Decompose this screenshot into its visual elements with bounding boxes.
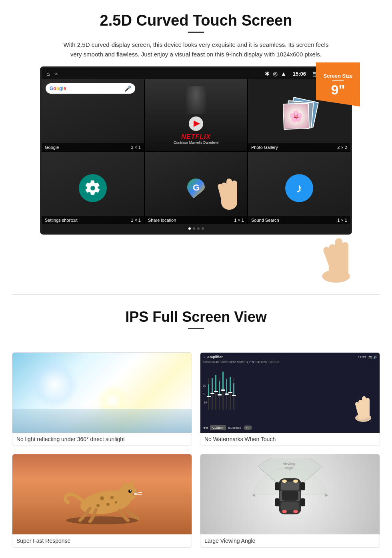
gear-icon xyxy=(85,180,101,196)
svg-marker-19 xyxy=(121,480,128,486)
svg-point-24 xyxy=(100,496,104,500)
status-time: 15:06 xyxy=(293,71,306,77)
google-logo: Google xyxy=(50,86,66,91)
feature-card-sunlight: No light reflecting under 360° direct su… xyxy=(12,352,192,446)
usb-icon: ⌁ xyxy=(54,70,58,77)
amp-icons: 📷 🔊 xyxy=(368,355,377,359)
amp-prev-icon: ◀◀ xyxy=(203,426,208,430)
status-left-icons: ⌂ ⌁ xyxy=(46,70,58,77)
app-grid: Google 🎤 Google 3 × 1 xyxy=(42,79,350,224)
svg-text:▶: ▶ xyxy=(325,493,328,497)
svg-rect-4 xyxy=(232,181,237,203)
amp-slider-8 xyxy=(233,378,234,410)
home-icon[interactable]: ⌂ xyxy=(46,70,50,77)
netflix-play-button[interactable] xyxy=(189,116,203,131)
amp-slider-5 xyxy=(222,378,224,410)
svg-rect-34 xyxy=(281,482,299,490)
amp-home-icon: ⌂ xyxy=(203,355,205,359)
google-mic-icon[interactable]: 🎤 xyxy=(124,85,131,92)
hand-on-screen xyxy=(0,220,392,284)
amp-time: 17:33 xyxy=(358,355,366,359)
amp-footer: ◀◀ Custom loudness ●○ xyxy=(203,425,377,430)
music-note-icon: ♪ xyxy=(296,181,302,196)
app-cell-share[interactable]: G Share location xyxy=(145,152,247,224)
gallery-card-3: 🌸 xyxy=(283,103,310,130)
svg-rect-40 xyxy=(275,498,280,506)
badge-label: Screen Size xyxy=(324,73,353,79)
section-curved: 2.5D Curved Touch Screen With 2.5D curve… xyxy=(0,0,392,244)
amp-loudness-label: loudness xyxy=(228,426,241,430)
amp-slider-1 xyxy=(208,378,209,410)
pointing-hand-svg xyxy=(312,220,360,284)
section-curved-desc: With 2.5D curved-display screen, this de… xyxy=(60,40,332,59)
amp-slider-6 xyxy=(226,378,227,410)
amp-custom-btn[interactable]: Custom xyxy=(210,425,226,430)
svg-rect-9 xyxy=(342,242,348,276)
gallery-label-row: Photo Gallery 2 × 2 xyxy=(248,143,350,151)
car-view-svg: viewing angle ◀ ▶ xyxy=(246,458,334,530)
svg-point-18 xyxy=(119,484,137,501)
feature-img-car: viewing angle ◀ ▶ xyxy=(200,454,380,534)
title-underline xyxy=(188,32,204,33)
svg-point-27 xyxy=(110,496,114,499)
car-view-bg: viewing angle ◀ ▶ xyxy=(200,454,380,534)
amp-hand-icon xyxy=(351,386,375,424)
svg-text:angle: angle xyxy=(285,466,294,470)
app-cell-netflix[interactable]: NETFLIX Continue Marvel's Daredevil Netf… xyxy=(145,79,247,151)
features-grid: No light reflecting under 360° direct su… xyxy=(0,344,392,556)
gallery-app-name: Photo Gallery xyxy=(251,145,278,150)
badge-line xyxy=(332,80,344,81)
feature-card-cheetah: Super Fast Response xyxy=(12,454,192,548)
feature-label-cheetah: Super Fast Response xyxy=(12,534,192,547)
svg-rect-13 xyxy=(362,396,366,420)
amp-header: ⌂ Amplifier 17:33 📷 🔊 xyxy=(203,355,377,359)
svg-text:G: G xyxy=(193,183,200,193)
feature-label-car: Large Viewing Angle xyxy=(200,534,380,547)
netflix-content: NETFLIX Continue Marvel's Daredevil xyxy=(145,79,247,151)
screen-size-badge: Screen Size 9" xyxy=(316,62,360,106)
settings-icon-wrap xyxy=(79,174,107,202)
section-ips-title: IPS Full Screen View xyxy=(24,309,368,325)
amp-sliders: 10 0 -10 xyxy=(203,364,377,424)
svg-point-28 xyxy=(115,501,117,504)
amp-slider-7 xyxy=(230,378,231,410)
svg-point-25 xyxy=(106,503,110,506)
google-app-size: 3 × 1 xyxy=(131,145,141,150)
cheetah-svg xyxy=(46,462,158,526)
netflix-subtitle: Continue Marvel's Daredevil xyxy=(174,141,218,145)
wifi-icon: ▲ xyxy=(281,70,286,77)
svg-point-46 xyxy=(293,510,298,513)
android-screen: ⌂ ⌁ ✱ ◎ ▲ 15:06 📷 🔊 ⊠ ▭ xyxy=(40,66,352,235)
amp-freq-labels: Balance 60hz 100hz 200hz 500hz 1k 2.5k 1… xyxy=(203,361,377,363)
svg-text:viewing: viewing xyxy=(283,462,295,466)
feature-label-watermark: No Watermarks When Touch xyxy=(200,433,380,446)
svg-point-43 xyxy=(282,480,287,483)
svg-point-26 xyxy=(96,504,100,507)
feature-card-car: viewing angle ◀ ▶ Large Viewing Angle xyxy=(200,454,380,548)
feature-img-cheetah xyxy=(12,454,192,534)
cheetah-bg xyxy=(12,454,192,534)
app-cell-google[interactable]: Google 🎤 Google 3 × 1 xyxy=(42,79,144,151)
badge-size: 9" xyxy=(331,83,345,96)
sky-image xyxy=(12,353,192,433)
svg-rect-41 xyxy=(300,498,305,506)
feature-img-sunlight xyxy=(12,353,192,433)
amp-toggle[interactable]: ●○ xyxy=(244,426,252,430)
svg-point-45 xyxy=(282,510,287,513)
amp-screen: ⌂ Amplifier 17:33 📷 🔊 Balance 60hz 100hz… xyxy=(200,353,380,433)
status-bar: ⌂ ⌁ ✱ ◎ ▲ 15:06 📷 🔊 ⊠ ▭ xyxy=(42,68,350,79)
app-cell-settings[interactable]: Settings shortcut 1 × 1 xyxy=(42,152,144,224)
svg-rect-35 xyxy=(281,502,299,510)
section-ips: IPS Full Screen View xyxy=(0,305,392,344)
device-wrapper: Screen Size 9" ⌂ ⌁ ✱ ◎ ▲ 15:06 📷 🔊 xyxy=(40,66,352,235)
flower-icon: 🌸 xyxy=(289,109,303,123)
google-search-bar[interactable]: Google 🎤 xyxy=(46,83,135,94)
amp-title: Amplifier xyxy=(207,355,223,359)
svg-rect-39 xyxy=(300,482,305,490)
google-label-row: Google 3 × 1 xyxy=(42,143,144,151)
feature-card-watermark: ⌂ Amplifier 17:33 📷 🔊 Balance 60hz 100hz… xyxy=(200,352,380,446)
app-cell-sound[interactable]: ♪ Sound Search 1 × 1 xyxy=(248,152,350,224)
svg-text:◀: ◀ xyxy=(252,493,255,497)
netflix-logo: NETFLIX xyxy=(181,133,211,141)
amp-slider-3 xyxy=(215,378,216,410)
